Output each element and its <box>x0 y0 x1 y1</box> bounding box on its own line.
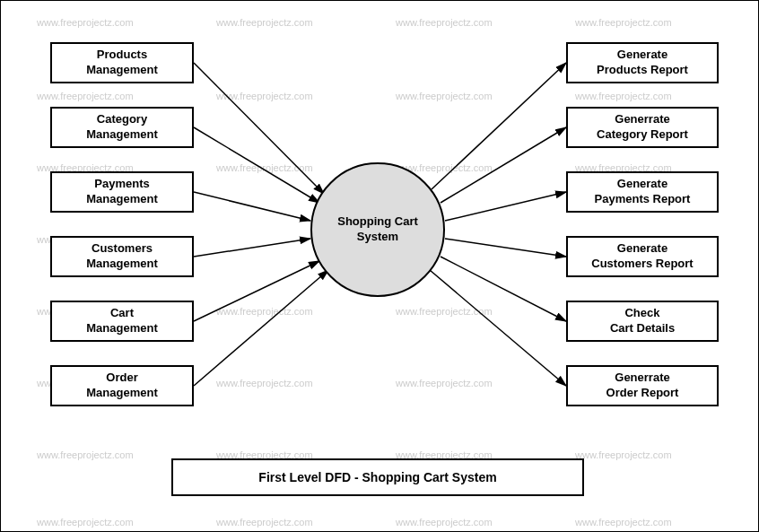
watermark: www.freeprojectz.com <box>216 162 313 173</box>
watermark: www.freeprojectz.com <box>396 91 493 101</box>
output-category-report: GenerrateCategory Report <box>566 107 719 148</box>
box-label: CategoryManagement <box>86 112 157 143</box>
box-label: GenerateProducts Report <box>597 48 688 78</box>
input-products-management: ProductsManagement <box>50 42 194 83</box>
svg-line-8 <box>445 192 566 221</box>
watermark: www.freeprojectz.com <box>37 17 134 28</box>
watermark: www.freeprojectz.com <box>37 91 134 101</box>
watermark: www.freeprojectz.com <box>216 517 313 528</box>
watermark: www.freeprojectz.com <box>216 17 313 28</box>
box-label: GenerrateOrder Report <box>606 371 679 401</box>
watermark: www.freeprojectz.com <box>216 91 313 101</box>
svg-line-9 <box>445 239 566 257</box>
svg-line-4 <box>194 261 319 321</box>
svg-line-5 <box>194 270 328 386</box>
box-label: PaymentsManagement <box>86 177 157 207</box>
box-label: GeneratePayments Report <box>595 177 691 207</box>
output-cart-details: CheckCart Details <box>566 301 719 342</box>
watermark: www.freeprojectz.com <box>396 17 493 28</box>
title-label: First Level DFD - Shopping Cart System <box>258 470 496 484</box>
diagram-title: First Level DFD - Shopping Cart System <box>171 458 584 496</box>
output-payments-report: GeneratePayments Report <box>566 171 719 213</box>
box-label: CheckCart Details <box>610 306 675 336</box>
svg-line-10 <box>441 257 566 321</box>
box-label: CustomersManagement <box>86 241 157 272</box>
watermark: www.freeprojectz.com <box>575 17 672 28</box>
box-label: GenerrateCategory Report <box>597 112 688 143</box>
watermark: www.freeprojectz.com <box>37 449 134 460</box>
center-label: Shopping CartSystem <box>337 214 418 245</box>
watermark: www.freeprojectz.com <box>575 449 672 460</box>
watermark: www.freeprojectz.com <box>396 517 493 528</box>
output-products-report: GenerateProducts Report <box>566 42 719 83</box>
box-label: GenerateCustomers Report <box>591 241 693 272</box>
watermark: www.freeprojectz.com <box>37 517 134 528</box>
watermark: www.freeprojectz.com <box>216 306 313 317</box>
watermark: www.freeprojectz.com <box>575 517 672 528</box>
box-label: CartManagement <box>86 306 157 336</box>
watermark: www.freeprojectz.com <box>216 378 313 388</box>
svg-line-7 <box>441 127 566 203</box>
watermark: www.freeprojectz.com <box>396 378 493 388</box>
svg-line-0 <box>194 63 324 194</box>
input-payments-management: PaymentsManagement <box>50 171 194 213</box>
input-cart-management: CartManagement <box>50 301 194 342</box>
box-label: ProductsManagement <box>86 48 157 78</box>
input-order-management: OrderManagement <box>50 365 194 406</box>
box-label: OrderManagement <box>86 371 157 401</box>
center-process: Shopping CartSystem <box>310 162 445 297</box>
svg-line-2 <box>194 192 310 221</box>
watermark: www.freeprojectz.com <box>575 91 672 101</box>
input-customers-management: CustomersManagement <box>50 236 194 277</box>
svg-line-1 <box>194 127 319 203</box>
watermark: www.freeprojectz.com <box>396 306 493 317</box>
output-customers-report: GenerateCustomers Report <box>566 236 719 277</box>
svg-line-11 <box>430 270 566 386</box>
input-category-management: CategoryManagement <box>50 107 194 148</box>
svg-line-3 <box>194 239 310 257</box>
svg-line-6 <box>432 63 566 189</box>
output-order-report: GenerrateOrder Report <box>566 365 719 406</box>
